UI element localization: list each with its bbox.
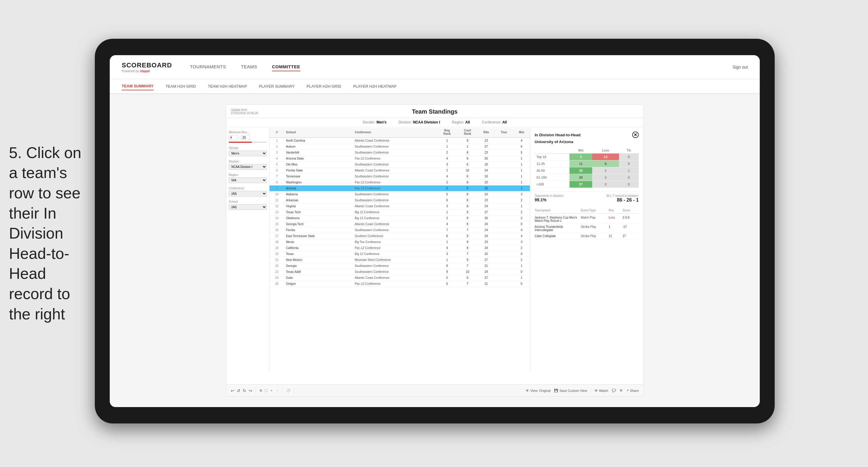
h2h-team-name: University of Arizona	[535, 139, 639, 144]
table-row[interactable]: 17 East Tennessee State Southern Confere…	[270, 233, 530, 239]
school-select[interactable]: (All)	[229, 204, 267, 210]
table-row[interactable]: 13 Texas Tech Big 12 Conference 1 9 27 2	[270, 209, 530, 215]
nav-committee[interactable]: COMMITTEE	[272, 63, 300, 71]
undo-btn[interactable]: ↩	[231, 388, 235, 393]
logo-sub: Powered by clippd	[122, 69, 172, 73]
tournament-row-2: Arizona Thunderbirds Intercollegiate Str…	[535, 224, 639, 233]
subnav-player-h2h-grid[interactable]: PLAYER H2H GRID	[307, 83, 341, 90]
table-row[interactable]: 14 Oklahoma Big 12 Conference 2 9 26 2	[270, 215, 530, 221]
h2h-row-51-100: 51-100 20 3 0	[535, 174, 639, 181]
table-row[interactable]: 9 Arizona Pac-12 Conference 5 8 30 1	[270, 186, 530, 191]
nav-tournaments[interactable]: TOURNAMENTS	[190, 63, 226, 71]
h2h-table: Win Loss Tie Top 10 3 13	[535, 148, 639, 188]
share-icon: ↗	[626, 388, 629, 393]
h2h-title: In Division Head-to-Head	[535, 133, 581, 137]
table-row[interactable]: 6 Florida State Atlantic Coast Conferenc…	[270, 167, 530, 174]
subnav-team-h2h-grid[interactable]: TEAM H2H GRID	[165, 83, 196, 90]
school-sidebar-group: School (All)	[229, 200, 267, 210]
gender-sidebar-group: Gender Men's	[229, 147, 267, 156]
table-row[interactable]: 4 Arizona State Pac-12 Conference 4 6 26…	[270, 156, 530, 162]
save-icon: 💾	[554, 388, 558, 393]
minus-btn[interactable]: －	[276, 388, 279, 393]
nav-teams[interactable]: TEAMS	[241, 63, 257, 71]
table-row[interactable]: 2 Auburn Southeastern Conference 1 1 27 …	[270, 144, 530, 150]
table-row[interactable]: 12 Virginia Atlantic Coast Conference 3 …	[270, 204, 530, 209]
table-row[interactable]: 1 North Carolina Atlantic Coast Conferen…	[270, 137, 530, 144]
panel-title: Team Standings	[232, 108, 637, 115]
conference-select[interactable]: (All)	[229, 191, 267, 196]
table-area: # School Conference RegRank ConfRank Rds…	[270, 127, 530, 372]
content-area: Update time: 27/03/2024 16:56:26 Team St…	[110, 94, 760, 407]
table-row[interactable]: 15 Georgia Tech Atlantic Coast Conferenc…	[270, 221, 530, 227]
subnav-player-summary[interactable]: PLAYER SUMMARY	[259, 83, 294, 90]
copy-btn[interactable]: ⧉	[260, 388, 262, 393]
table-row[interactable]: 21 New Mexico Mountain West Conference 1…	[270, 257, 530, 263]
table-row[interactable]: 23 Texas A&M Southeastern Conference 9 1…	[270, 269, 530, 275]
annotation-text: 5. Click on a team's row to see their In…	[9, 143, 87, 324]
dashboard-panel: Update time: 27/03/2024 16:56:26 Team St…	[226, 104, 644, 397]
h2h-close-button[interactable]: ✕	[632, 131, 639, 138]
region-filter: Region: All	[452, 120, 470, 124]
table-row[interactable]: 3 Vanderbilt Southeastern Conference 2 8…	[270, 150, 530, 156]
conference-sidebar-group: Conference (All)	[229, 187, 267, 196]
logo-text: SCOREBOARD	[122, 61, 172, 69]
table-row[interactable]: 20 Texas Big 12 Conference 3 7 20 0	[270, 251, 530, 257]
table-row[interactable]: 22 Georgia Southeastern Conference 8 7 2…	[270, 263, 530, 269]
subnav-player-h2h-heatmap[interactable]: PLAYER H2H HEATMAP	[353, 83, 396, 90]
table-row[interactable]: 18 Illinois Big Ten Conference 1 9 23 3	[270, 239, 530, 245]
table-row[interactable]: 10 Alabama Southeastern Conference 5 8 2…	[270, 191, 530, 197]
subnav-team-summary[interactable]: TEAM SUMMARY	[122, 82, 154, 90]
share-btn[interactable]: ↗ Share	[626, 388, 639, 393]
conference-filter: Conference: All	[482, 120, 507, 124]
gender-select[interactable]: Men's	[229, 151, 267, 156]
division-sidebar-group: Division NCAA Division I	[229, 160, 267, 170]
logo-brand: clippd	[140, 69, 149, 73]
tablet-screen: SCOREBOARD Powered by clippd TOURNAMENTS…	[110, 55, 760, 407]
watch-btn[interactable]: 👁 Watch	[595, 389, 608, 393]
paste-btn[interactable]: ⬚	[265, 388, 268, 393]
h2h-row-top10: Top 10 3 13 0	[535, 154, 639, 160]
h2h-opponents-summary: Opponents in division: 99.1% W-L-T recor…	[535, 191, 639, 205]
h2h-panel: In Division Head-to-Head ✕ University of…	[530, 127, 643, 372]
division-select[interactable]: NCAA Division I	[229, 164, 267, 170]
step-fwd-btn[interactable]: ↻	[243, 388, 246, 393]
logo-area: SCOREBOARD Powered by clippd	[122, 61, 172, 73]
step-back-btn[interactable]: ↺	[237, 388, 240, 393]
view-original-btn[interactable]: 👁 View: Original	[526, 389, 551, 393]
tournament-row-1: Jackson T. Stephens Cup Men's Match-Play…	[535, 215, 639, 224]
subnav-team-h2h-heatmap[interactable]: TEAM H2H HEATMAP	[208, 83, 247, 90]
sign-out[interactable]: Sign out	[733, 65, 748, 69]
table-row[interactable]: 19 California Pac-12 Conference 4 8 24 2	[270, 245, 530, 251]
table-row[interactable]: 24 Duke Atlantic Coast Conference 5 9 27…	[270, 275, 530, 281]
app-header: SCOREBOARD Powered by clippd TOURNAMENTS…	[110, 55, 760, 79]
panel-toolbar: ↩ ↺ ↻ ↪ ⧉ ⬚ ＋ － 🕐 👁	[226, 384, 643, 396]
h2h-row-11-25: 11-25 11 8 0	[535, 160, 639, 167]
table-row[interactable]: 7 Tennessee Southeastern Conference 4 6 …	[270, 174, 530, 180]
h2h-row-26-50: 26-50 25 2 1	[535, 167, 639, 174]
filter-sidebar: Minimum Rou... -	[226, 127, 270, 372]
clock-icon: 🕐	[286, 388, 290, 393]
min-rounds-group: Minimum Rou... -	[229, 131, 267, 143]
watch-icon: 👁	[595, 389, 598, 393]
region-sidebar-group: Region N/A	[229, 173, 267, 183]
add-btn[interactable]: ＋	[270, 388, 273, 393]
min-rounds-to[interactable]	[241, 135, 250, 140]
table-row[interactable]: 25 Oregon Pac-12 Conference 5 7 21 0	[270, 281, 530, 287]
save-custom-btn[interactable]: 💾 Save Custom View	[554, 388, 587, 393]
comment-btn[interactable]: 💬	[612, 388, 616, 393]
settings-btn[interactable]: ⚙	[620, 388, 623, 393]
table-row[interactable]: 11 Arkansas Southeastern Conference 6 8 …	[270, 197, 530, 204]
table-row[interactable]: 16 Florida Southeastern Conference 7 7 2…	[270, 227, 530, 233]
main-nav: TOURNAMENTS TEAMS COMMITTEE	[190, 63, 733, 71]
table-row[interactable]: 5 Ole Miss Southeastern Conference 3 6 1…	[270, 162, 530, 167]
min-rounds-from[interactable]	[229, 135, 238, 140]
tablet-device: SCOREBOARD Powered by clippd TOURNAMENTS…	[95, 39, 775, 424]
sub-nav: TEAM SUMMARY TEAM H2H GRID TEAM H2H HEAT…	[110, 79, 760, 94]
tournament-row-3: Cabo Collegiate Stroke Play 11 17	[535, 233, 639, 239]
table-row[interactable]: 8 Washington Pac-12 Conference 2 8 23 1	[270, 180, 530, 186]
gender-filter: Gender: Men's	[363, 120, 386, 124]
tournament-section: Tournament Event Type Pos Score Jackson …	[535, 209, 639, 239]
redo-btn[interactable]: ↪	[249, 388, 252, 393]
update-time: Update time: 27/03/2024 16:56:26	[231, 108, 258, 115]
region-select[interactable]: N/A	[229, 178, 267, 183]
